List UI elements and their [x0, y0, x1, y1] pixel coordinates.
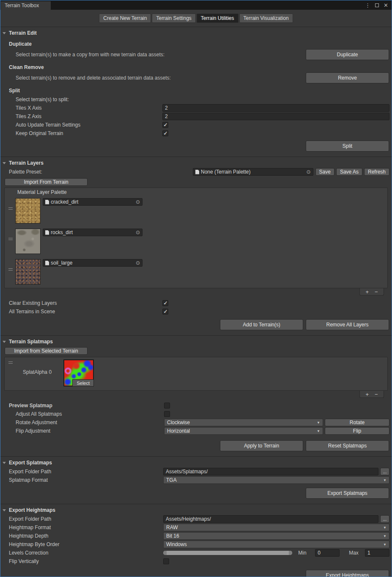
add-layer-button[interactable]: +: [365, 289, 369, 295]
export-heightmaps-button[interactable]: Export Heightmaps: [306, 570, 389, 577]
slider-min-handle[interactable]: [163, 551, 167, 555]
duplicate-description: Select terrain(s) to make a copy from wi…: [16, 52, 306, 58]
slider-max-handle[interactable]: [289, 551, 292, 555]
keep-original-label: Keep Original Terrain: [16, 130, 162, 136]
min-input[interactable]: 0: [315, 549, 340, 557]
layer-object-field[interactable]: soil_large ⊙: [43, 259, 143, 267]
layer-texture-thumbnail[interactable]: [15, 229, 41, 254]
rotate-direction-dropdown[interactable]: Clockwise ▼: [164, 419, 323, 426]
close-icon[interactable]: ✕: [384, 3, 388, 8]
tiles-x-input[interactable]: 2: [162, 104, 389, 112]
flip-vertically-label: Flip Vertically: [9, 558, 163, 564]
layer-row-cracked-dirt[interactable]: cracked_dirt ⊙: [5, 196, 387, 227]
remove-all-layers-button[interactable]: Remove All Layers: [306, 319, 389, 330]
remove-button[interactable]: Remove: [306, 72, 389, 83]
heightmap-byte-order-label: Heightmap Byte Order: [9, 541, 163, 547]
browse-folder-button[interactable]: ...: [380, 468, 389, 475]
maximize-icon[interactable]: [375, 3, 379, 7]
object-picker-icon[interactable]: ⊙: [135, 260, 141, 265]
max-label: Max: [349, 550, 361, 556]
window-title: Terrain Toolbox: [5, 3, 39, 8]
section-terrain-layers: Terrain Layers Palette Preset: None (Ter…: [0, 157, 392, 330]
object-picker-icon[interactable]: ⊙: [135, 199, 141, 204]
levels-correction-row: Levels Correction Min 0 Max 1: [0, 549, 392, 557]
layer-texture-thumbnail[interactable]: [15, 259, 41, 284]
foldout-icon[interactable]: [3, 341, 6, 343]
layer-object-field[interactable]: cracked_dirt ⊙: [43, 198, 143, 206]
layer-row-rocks-dirt[interactable]: rocks_dirt ⊙: [5, 227, 387, 257]
splatmap-thumbnail[interactable]: Select: [63, 359, 94, 387]
import-from-terrain-button[interactable]: Import From Terrain: [5, 178, 88, 186]
foldout-icon[interactable]: [3, 32, 6, 34]
splatmap-format-dropdown[interactable]: TGA ▼: [163, 476, 389, 484]
tab-create-new-terrain[interactable]: Create New Terrain: [99, 14, 151, 23]
browse-folder-button[interactable]: ...: [380, 515, 389, 523]
chevron-down-icon: ▼: [383, 534, 387, 538]
remove-splat-button[interactable]: −: [375, 392, 378, 397]
splat-folder-input[interactable]: Assets/Splatmaps/: [163, 468, 378, 475]
mode-tab-bar: Create New Terrain Terrain Settings Terr…: [0, 10, 392, 27]
heightmap-depth-label: Heightmap Depth: [9, 533, 163, 539]
max-input[interactable]: 1: [365, 549, 389, 557]
drag-handle-icon[interactable]: [8, 207, 13, 210]
auto-update-checkbox[interactable]: [162, 122, 168, 128]
splat-name: SplatAlpha 0: [23, 369, 63, 375]
tiles-z-input[interactable]: 2: [162, 113, 389, 120]
save-as-button[interactable]: Save As: [336, 168, 362, 176]
clean-remove-row: Select terrain(s) to remove and delete a…: [0, 72, 392, 84]
layers-action-row: Add to Terrain(s) Remove All Layers: [0, 319, 392, 330]
splatmap-select-button[interactable]: Select: [72, 379, 94, 387]
object-picker-icon[interactable]: ⊙: [135, 230, 141, 235]
layer-object-field[interactable]: rocks_dirt ⊙: [43, 229, 143, 236]
adjust-all-checkbox[interactable]: [164, 411, 170, 417]
split-action-row: Split: [0, 141, 392, 152]
foldout-icon[interactable]: [3, 462, 6, 464]
tab-terrain-utilities[interactable]: Terrain Utilities: [197, 14, 238, 23]
section-export-splatmaps: Export Splatmaps Export Folder Path Asse…: [0, 456, 392, 499]
flip-direction-dropdown[interactable]: Horizontal ▼: [164, 427, 323, 435]
foldout-icon[interactable]: [3, 509, 6, 511]
apply-to-terrain-button[interactable]: Apply to Terrain: [220, 440, 303, 451]
levels-minmax-slider[interactable]: [163, 551, 292, 555]
import-from-selected-terrain-button[interactable]: Import from Selected Terrain: [5, 347, 88, 355]
remove-layer-button[interactable]: −: [375, 289, 378, 295]
export-splatmaps-button[interactable]: Export Splatmaps: [306, 488, 389, 499]
window-tab-terrain-toolbox[interactable]: Terrain Toolbox: [1, 1, 51, 10]
preview-splatmap-checkbox[interactable]: [164, 403, 170, 409]
heightmap-depth-dropdown[interactable]: Bit 16 ▼: [163, 532, 389, 540]
height-folder-input[interactable]: Assets/Heightmaps/: [163, 515, 378, 523]
heightmap-format-dropdown[interactable]: RAW ▼: [163, 524, 389, 531]
add-to-terrains-button[interactable]: Add to Terrain(s): [220, 319, 303, 330]
refresh-button[interactable]: Refresh: [364, 168, 389, 176]
layer-texture-thumbnail[interactable]: [15, 198, 41, 224]
all-terrains-checkbox[interactable]: [162, 309, 168, 315]
save-button[interactable]: Save: [315, 168, 334, 176]
duplicate-heading: Duplicate: [0, 41, 392, 47]
drag-handle-icon[interactable]: [8, 238, 13, 240]
tab-terrain-visualization[interactable]: Terrain Visualization: [239, 14, 293, 23]
layer-row-soil-large[interactable]: soil_large ⊙: [5, 257, 387, 288]
foldout-icon[interactable]: [3, 162, 6, 164]
split-description: Select terrain(s) to split:: [16, 97, 69, 102]
reset-splatmaps-button[interactable]: Reset Splatmaps: [306, 440, 389, 451]
menu-icon[interactable]: ⋮: [365, 3, 370, 8]
palette-preset-object-field[interactable]: None (Terrain Palette) ⊙: [193, 168, 313, 176]
duplicate-button[interactable]: Duplicate: [306, 49, 389, 60]
split-button[interactable]: Split: [306, 141, 389, 152]
preview-splatmap-label: Preview Splatmap: [9, 403, 164, 409]
flip-vertically-checkbox[interactable]: [163, 558, 169, 564]
min-label: Min: [298, 550, 309, 556]
splat-row[interactable]: SplatAlpha 0 Select: [5, 357, 387, 390]
keep-original-checkbox[interactable]: [162, 130, 168, 136]
drag-handle-icon[interactable]: [8, 268, 13, 271]
add-splat-button[interactable]: +: [365, 392, 369, 397]
rotate-button[interactable]: Rotate: [325, 419, 389, 426]
tab-terrain-settings[interactable]: Terrain Settings: [152, 14, 195, 23]
heightmap-byte-order-dropdown[interactable]: Windows ▼: [163, 541, 389, 548]
splatmap-list: SplatAlpha 0 Select: [4, 357, 388, 391]
flip-button[interactable]: Flip: [325, 427, 389, 435]
object-picker-icon[interactable]: ⊙: [306, 169, 312, 174]
clear-existing-checkbox[interactable]: [162, 300, 168, 306]
flip-direction-value: Horizontal: [167, 428, 190, 434]
drag-handle-icon[interactable]: [8, 362, 13, 364]
